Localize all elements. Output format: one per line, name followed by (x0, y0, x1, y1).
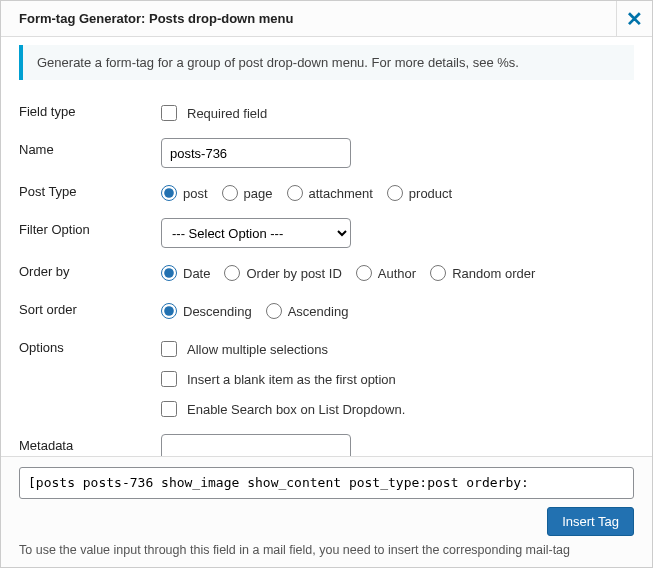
order-by-radio-2[interactable] (356, 265, 372, 281)
sort-order-option-1[interactable]: Ascending (266, 303, 349, 319)
row-metadata: Metadata Use pipe-separated post attribu… (19, 428, 634, 456)
sort-order-radio-1[interactable] (266, 303, 282, 319)
sort-order-option-0[interactable]: Descending (161, 303, 252, 319)
post-type-option-1[interactable]: page (222, 185, 273, 201)
options-checkbox-0[interactable] (161, 341, 177, 357)
row-order-by: Order by DateOrder by post IDAuthorRando… (19, 254, 634, 292)
post-type-radio-2[interactable] (287, 185, 303, 201)
form-tag-dialog: Form-tag Generator: Posts drop-down menu… (0, 0, 653, 568)
label-name: Name (19, 138, 161, 157)
options-item-1[interactable]: Insert a blank item as the first option (161, 366, 634, 392)
post-type-label-1: page (244, 186, 273, 201)
sort-order-label-1: Ascending (288, 304, 349, 319)
footer-note: To use the value input through this fiel… (19, 542, 634, 560)
label-sort-order: Sort order (19, 298, 161, 317)
close-icon: ✕ (626, 7, 643, 31)
post-type-label-0: post (183, 186, 208, 201)
post-type-radio-3[interactable] (387, 185, 403, 201)
required-field-label: Required field (187, 106, 267, 121)
label-field-type: Field type (19, 100, 161, 119)
post-type-option-2[interactable]: attachment (287, 185, 373, 201)
order-by-label-1: Order by post ID (246, 266, 341, 281)
metadata-input[interactable] (161, 434, 351, 456)
name-input[interactable] (161, 138, 351, 168)
options-label-0: Allow multiple selections (187, 342, 328, 357)
post-type-radio-0[interactable] (161, 185, 177, 201)
sort-order-label-0: Descending (183, 304, 252, 319)
options-item-2[interactable]: Enable Search box on List Dropdown. (161, 396, 634, 422)
order-by-option-2[interactable]: Author (356, 265, 416, 281)
row-field-type: Field type Required field (19, 94, 634, 132)
post-type-option-3[interactable]: product (387, 185, 452, 201)
row-name: Name (19, 132, 634, 174)
options-item-0[interactable]: Allow multiple selections (161, 336, 634, 362)
options-checkbox-1[interactable] (161, 371, 177, 387)
close-button[interactable]: ✕ (616, 1, 652, 37)
label-post-type: Post Type (19, 180, 161, 199)
post-type-label-3: product (409, 186, 452, 201)
sort-order-radio-0[interactable] (161, 303, 177, 319)
label-order-by: Order by (19, 260, 161, 279)
insert-tag-button[interactable]: Insert Tag (547, 507, 634, 536)
options-label-1: Insert a blank item as the first option (187, 372, 396, 387)
post-type-option-0[interactable]: post (161, 185, 208, 201)
order-by-option-1[interactable]: Order by post ID (224, 265, 341, 281)
label-options: Options (19, 336, 161, 355)
required-field-checkbox[interactable] (161, 105, 177, 121)
order-by-label-0: Date (183, 266, 210, 281)
dialog-title: Form-tag Generator: Posts drop-down menu (1, 11, 311, 26)
row-filter-option: Filter Option --- Select Option --- (19, 212, 634, 254)
post-type-label-2: attachment (309, 186, 373, 201)
tag-output[interactable] (19, 467, 634, 499)
row-post-type: Post Type postpageattachmentproduct (19, 174, 634, 212)
options-label-2: Enable Search box on List Dropdown. (187, 402, 405, 417)
filter-option-select[interactable]: --- Select Option --- (161, 218, 351, 248)
options-checkbox-2[interactable] (161, 401, 177, 417)
label-filter-option: Filter Option (19, 218, 161, 237)
order-by-radio-0[interactable] (161, 265, 177, 281)
post-type-radio-1[interactable] (222, 185, 238, 201)
order-by-label-2: Author (378, 266, 416, 281)
order-by-option-3[interactable]: Random order (430, 265, 535, 281)
row-options: Options Allow multiple selectionsInsert … (19, 330, 634, 428)
description-banner: Generate a form-tag for a group of post … (19, 45, 634, 80)
label-metadata: Metadata (19, 434, 161, 453)
dialog-footer: Insert Tag To use the value input throug… (1, 456, 652, 568)
order-by-radio-3[interactable] (430, 265, 446, 281)
order-by-radio-1[interactable] (224, 265, 240, 281)
order-by-option-0[interactable]: Date (161, 265, 210, 281)
row-sort-order: Sort order DescendingAscending (19, 292, 634, 330)
dialog-body[interactable]: Generate a form-tag for a group of post … (1, 37, 652, 456)
order-by-label-3: Random order (452, 266, 535, 281)
required-field-option[interactable]: Required field (161, 100, 634, 126)
dialog-header: Form-tag Generator: Posts drop-down menu… (1, 1, 652, 37)
